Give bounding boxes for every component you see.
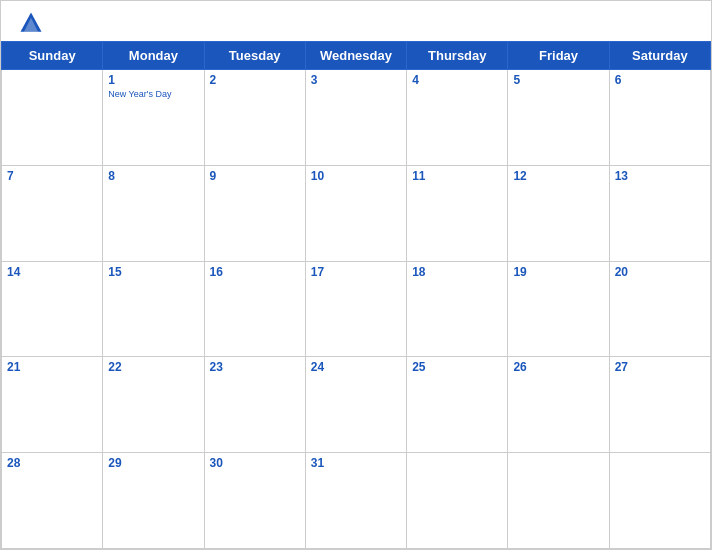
calendar-day-cell: 9 (204, 165, 305, 261)
day-number: 13 (615, 169, 705, 183)
calendar-day-cell: 19 (508, 261, 609, 357)
weekday-header-monday: Monday (103, 42, 204, 70)
calendar-day-cell: 11 (407, 165, 508, 261)
day-number: 21 (7, 360, 97, 374)
calendar-header (1, 1, 711, 41)
day-number: 25 (412, 360, 502, 374)
day-number: 22 (108, 360, 198, 374)
logo (17, 9, 49, 37)
weekday-header-sunday: Sunday (2, 42, 103, 70)
calendar-day-cell: 24 (305, 357, 406, 453)
weekday-header-row: SundayMondayTuesdayWednesdayThursdayFrid… (2, 42, 711, 70)
calendar-day-cell: 16 (204, 261, 305, 357)
calendar-day-cell: 28 (2, 453, 103, 549)
day-number: 28 (7, 456, 97, 470)
weekday-header-wednesday: Wednesday (305, 42, 406, 70)
day-number: 30 (210, 456, 300, 470)
day-number: 12 (513, 169, 603, 183)
calendar-day-cell: 30 (204, 453, 305, 549)
calendar-day-cell: 4 (407, 70, 508, 166)
calendar-day-cell (407, 453, 508, 549)
calendar-week-row: 21222324252627 (2, 357, 711, 453)
calendar-day-cell: 2 (204, 70, 305, 166)
calendar-day-cell: 27 (609, 357, 710, 453)
day-number: 20 (615, 265, 705, 279)
holiday-label: New Year's Day (108, 89, 198, 100)
weekday-header-thursday: Thursday (407, 42, 508, 70)
day-number: 11 (412, 169, 502, 183)
calendar-day-cell: 20 (609, 261, 710, 357)
day-number: 6 (615, 73, 705, 87)
calendar-day-cell: 14 (2, 261, 103, 357)
calendar-day-cell (2, 70, 103, 166)
calendar-day-cell: 7 (2, 165, 103, 261)
weekday-header-tuesday: Tuesday (204, 42, 305, 70)
day-number: 24 (311, 360, 401, 374)
day-number: 15 (108, 265, 198, 279)
calendar-day-cell (609, 453, 710, 549)
day-number: 3 (311, 73, 401, 87)
calendar-day-cell: 10 (305, 165, 406, 261)
calendar-week-row: 1New Year's Day23456 (2, 70, 711, 166)
calendar-week-row: 28293031 (2, 453, 711, 549)
day-number: 1 (108, 73, 198, 87)
day-number: 2 (210, 73, 300, 87)
calendar-day-cell: 15 (103, 261, 204, 357)
day-number: 9 (210, 169, 300, 183)
calendar-day-cell: 5 (508, 70, 609, 166)
calendar-day-cell: 6 (609, 70, 710, 166)
calendar-day-cell: 8 (103, 165, 204, 261)
calendar-day-cell: 31 (305, 453, 406, 549)
calendar-day-cell: 23 (204, 357, 305, 453)
calendar-day-cell: 21 (2, 357, 103, 453)
day-number: 5 (513, 73, 603, 87)
calendar-day-cell: 25 (407, 357, 508, 453)
day-number: 17 (311, 265, 401, 279)
calendar-day-cell (508, 453, 609, 549)
day-number: 8 (108, 169, 198, 183)
calendar-day-cell: 1New Year's Day (103, 70, 204, 166)
calendar-table: SundayMondayTuesdayWednesdayThursdayFrid… (1, 41, 711, 549)
day-number: 26 (513, 360, 603, 374)
calendar-day-cell: 26 (508, 357, 609, 453)
day-number: 27 (615, 360, 705, 374)
day-number: 4 (412, 73, 502, 87)
logo-icon (17, 9, 45, 37)
day-number: 29 (108, 456, 198, 470)
calendar-day-cell: 12 (508, 165, 609, 261)
calendar-day-cell: 3 (305, 70, 406, 166)
weekday-header-saturday: Saturday (609, 42, 710, 70)
calendar-week-row: 78910111213 (2, 165, 711, 261)
weekday-header-friday: Friday (508, 42, 609, 70)
day-number: 16 (210, 265, 300, 279)
calendar-thead: SundayMondayTuesdayWednesdayThursdayFrid… (2, 42, 711, 70)
calendar-day-cell: 18 (407, 261, 508, 357)
day-number: 14 (7, 265, 97, 279)
day-number: 7 (7, 169, 97, 183)
calendar-week-row: 14151617181920 (2, 261, 711, 357)
calendar-day-cell: 17 (305, 261, 406, 357)
calendar-day-cell: 22 (103, 357, 204, 453)
day-number: 23 (210, 360, 300, 374)
calendar-day-cell: 13 (609, 165, 710, 261)
calendar-day-cell: 29 (103, 453, 204, 549)
calendar-tbody: 1New Year's Day2345678910111213141516171… (2, 70, 711, 549)
day-number: 18 (412, 265, 502, 279)
day-number: 19 (513, 265, 603, 279)
calendar-wrapper: SundayMondayTuesdayWednesdayThursdayFrid… (0, 0, 712, 550)
day-number: 31 (311, 456, 401, 470)
day-number: 10 (311, 169, 401, 183)
